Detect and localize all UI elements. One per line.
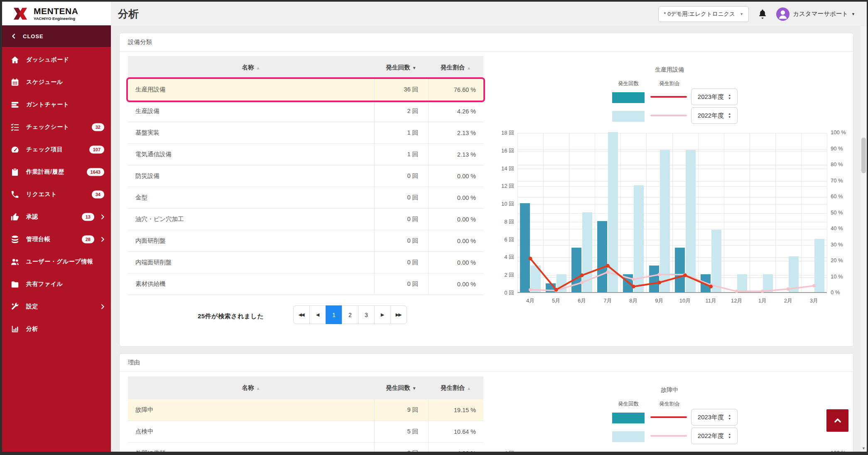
table-row[interactable]: 電気通信設備1 回2.13 % — [128, 144, 483, 165]
thumbs-up-icon — [10, 212, 20, 222]
sidebar-item-label: チェックシート — [26, 123, 69, 131]
x-axis-tick: 3月 — [801, 297, 827, 305]
table-row[interactable]: 生産設備2 回4.26 % — [128, 101, 483, 122]
clipboard-icon — [10, 167, 20, 177]
y-axis-left-tick: 2 回 — [493, 271, 514, 279]
next-page-button-icon: ▶ — [381, 312, 384, 317]
vertical-scrollbar[interactable]: ▼ — [861, 26, 867, 452]
window-frame: MENTENA YACHIYO Engineering CLOSE ダッシュボー… — [0, 0, 868, 455]
y-axis-right-tick: 10 % — [831, 273, 851, 280]
sidebar-item-chart[interactable]: 分析 — [2, 318, 111, 340]
x-axis-tick: 1月 — [750, 297, 775, 305]
sidebar-item-gantt[interactable]: ガントチャート — [2, 93, 111, 116]
calendar-icon — [10, 77, 20, 87]
sidebar-item-users[interactable]: ユーザー・グループ情報 — [2, 251, 111, 273]
x-axis-tick: 11月 — [698, 297, 724, 305]
year-select-2022[interactable]: 2022年度 ▲▼ — [691, 107, 738, 124]
cell-count: 0 回 — [374, 165, 428, 187]
year-select-2023[interactable]: 2023年度 ▲▼ — [691, 89, 738, 105]
page-button-1[interactable]: 1 — [326, 305, 342, 324]
scrollbar-thumb[interactable] — [861, 138, 866, 173]
users-icon — [10, 257, 20, 267]
user-menu[interactable]: カスタマーサポート ▼ — [776, 7, 855, 21]
chart-icon — [10, 324, 20, 334]
table-row[interactable]: 外部に依頼2 回4.26 % — [128, 443, 483, 452]
company-select[interactable]: * 0デモ用:エレクトロニクス ▼ — [658, 6, 749, 22]
sidebar-item-tools[interactable]: 設定 — [2, 295, 111, 318]
brand-name: MENTENA — [34, 7, 78, 15]
table-row[interactable]: 油穴・ピン穴加工0 回0.00 % — [128, 209, 483, 230]
year-select-2022[interactable]: 2022年度 ▲▼ — [691, 428, 738, 444]
page-button-3[interactable]: 3 — [358, 305, 375, 324]
count-badge: 13 — [82, 213, 94, 221]
sidebar-item-home[interactable]: ダッシュボード — [2, 49, 111, 71]
y-axis-left-tick: 14 回 — [493, 165, 514, 172]
cell-rate: 0.00 % — [428, 209, 483, 230]
y-axis-left-tick: 12 回 — [493, 182, 514, 190]
sidebar-item-label: 共有ファイル — [26, 280, 63, 288]
x-axis-tick: 6月 — [569, 297, 595, 305]
table-row[interactable]: 故障中9 回19.15 % — [128, 399, 483, 421]
legend-count-label: 発生回数 — [612, 80, 645, 87]
gauge-icon — [10, 145, 20, 155]
cell-count: 36 回 — [374, 79, 428, 100]
scroll-to-top-button[interactable] — [826, 409, 848, 432]
result-count: 25件が検索されました — [198, 312, 264, 320]
cell-count: 2 回 — [374, 443, 428, 452]
sidebar-item-gauge[interactable]: チェック項目107 — [2, 138, 111, 161]
x-axis-tick: 2月 — [775, 297, 801, 305]
home-icon — [10, 55, 20, 65]
sidebar-item-phone[interactable]: リクエスト34 — [2, 183, 111, 206]
cell-rate: 10.64 % — [428, 421, 483, 442]
brand-logo[interactable]: MENTENA YACHIYO Engineering — [2, 2, 111, 25]
table-row[interactable]: 内面研削盤0 回0.00 % — [128, 230, 483, 252]
first-page-button[interactable]: ◀◀ — [293, 305, 310, 324]
sidebar-item-label: 承認 — [26, 213, 38, 221]
sidebar-item-database[interactable]: 管理台帳28 — [2, 228, 111, 251]
sidebar-item-folder[interactable]: 共有ファイル — [2, 273, 111, 295]
count-badge: 34 — [92, 191, 104, 199]
page-button-2[interactable]: 2 — [342, 305, 358, 324]
pagination: ◀◀◀123▶▶▶ — [293, 305, 407, 324]
sidebar-item-checklist[interactable]: チェックシート32 — [2, 116, 111, 138]
mentena-logo-icon — [11, 6, 29, 22]
sort-asc-icon: ▲ — [256, 386, 260, 391]
x-axis-tick: 9月 — [646, 297, 672, 305]
section-title: 設備分類 — [120, 33, 853, 52]
sidebar-close-button[interactable]: CLOSE — [2, 25, 111, 47]
cell-count: 0 回 — [374, 230, 428, 251]
count-badge: 1643 — [87, 168, 104, 176]
y-axis-right-tick: 60 % — [831, 193, 851, 199]
cell-count: 1 回 — [374, 122, 428, 143]
legend-swatch-2023 — [612, 92, 645, 103]
y-axis-right-tick: 50 % — [831, 209, 851, 216]
table-row[interactable]: 生産用設備36 回76.60 % — [128, 79, 483, 101]
table-row[interactable]: 基盤実装1 回2.13 % — [128, 122, 483, 144]
sidebar-item-calendar[interactable]: スケジュール — [2, 71, 111, 93]
last-page-button[interactable]: ▶▶ — [390, 305, 407, 324]
chevron-right-icon — [99, 236, 106, 243]
table-row[interactable]: 金型0 回0.00 % — [128, 187, 483, 209]
table-row[interactable]: 素材供給機0 回0.00 % — [128, 273, 483, 295]
cell-name: 油穴・ピン穴加工 — [128, 215, 374, 223]
scrollbar-down-arrow[interactable]: ▼ — [861, 446, 867, 450]
next-page-button[interactable]: ▶ — [374, 305, 391, 324]
sidebar-item-thumbs-up[interactable]: 承認13 — [2, 206, 111, 228]
legend-line-2023 — [650, 416, 687, 418]
table-row[interactable]: 内端面研削盤0 回0.00 % — [128, 252, 483, 273]
cell-rate: 0.00 % — [428, 230, 483, 251]
cell-name: 素材供給機 — [128, 280, 374, 288]
company-select-value: * 0デモ用:エレクトロニクス — [664, 10, 735, 18]
table-row[interactable]: 防災設備0 回0.00 % — [128, 165, 483, 187]
y-axis-left-tick: 6 回 — [493, 236, 514, 243]
y-axis-left-tick: 4 回 — [493, 253, 514, 261]
notification-bell-icon[interactable] — [757, 8, 768, 20]
rate-lines — [517, 133, 827, 293]
year-select-2023[interactable]: 2023年度 ▲▼ — [691, 409, 738, 425]
cell-name: 点検中 — [128, 428, 374, 435]
topbar: 分析 * 0デモ用:エレクトロニクス ▼ カスタマーサポート ▼ — [111, 2, 867, 26]
table-row[interactable]: 点検中5 回10.64 % — [128, 421, 483, 443]
sidebar-item-clipboard[interactable]: 作業計画/履歴1643 — [2, 161, 111, 183]
prev-page-button[interactable]: ◀ — [309, 305, 326, 324]
reason-chart: 故障中 発生回数 発生割合 2023年度 ▲▼ 2022年度 ▲▼ 0 回1 回… — [493, 376, 851, 452]
